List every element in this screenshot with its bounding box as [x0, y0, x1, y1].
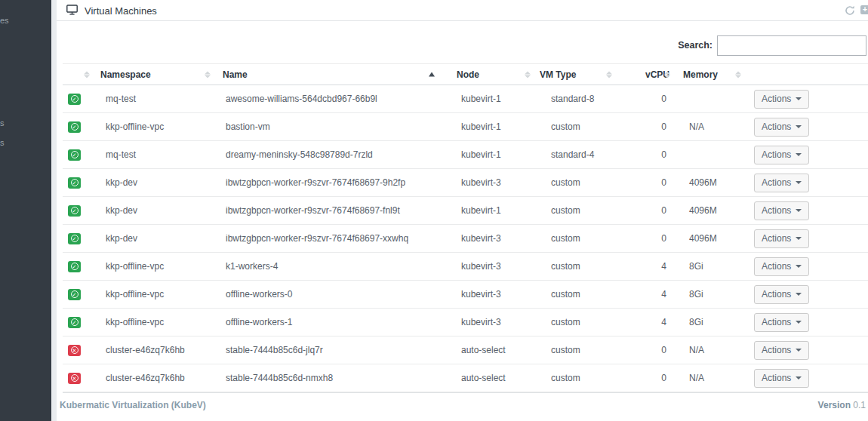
- vm-status-icon: ✓: [68, 317, 81, 328]
- column-header-vcpu[interactable]: vCPU: [639, 64, 677, 85]
- column-header-node[interactable]: Node: [451, 64, 534, 85]
- search-input[interactable]: [717, 35, 866, 56]
- cell-name: offline-workers-1: [217, 309, 451, 336]
- page-header: Virtual Machines +: [57, 0, 868, 21]
- actions-button[interactable]: Actions: [754, 285, 809, 304]
- cell-memory: N/A: [677, 364, 753, 392]
- caret-down-icon: [796, 237, 802, 240]
- cell-memory: 4096M: [677, 197, 753, 225]
- cell-name: ibwtzgbpcn-worker-r9szvr-7674f68697-9h2f…: [217, 169, 451, 197]
- add-vm-icon[interactable]: +: [860, 5, 868, 14]
- cell-namespace: mq-test: [94, 85, 217, 113]
- cell-namespace: cluster-e46zq7k6hb: [94, 336, 217, 364]
- cell-node: kubevirt-1: [451, 197, 534, 225]
- caret-down-icon: [796, 349, 802, 352]
- actions-button[interactable]: Actions: [754, 369, 809, 388]
- table-row: ✓ kkp-offline-vpc offline-workers-1 kube…: [63, 309, 868, 336]
- cell-vcpu: 4: [639, 309, 677, 336]
- caret-down-icon: [796, 125, 802, 128]
- actions-button[interactable]: Actions: [754, 201, 809, 220]
- cell-vcpu: 0: [639, 197, 677, 225]
- vm-status-icon: ✓: [68, 205, 81, 217]
- cell-vcpu: 0: [639, 225, 677, 253]
- cell-vm-type: custom: [534, 169, 639, 197]
- table-row: ✓ kkp-dev ibwtzgbpcn-worker-r9szvr-7674f…: [63, 169, 868, 197]
- column-header-actions: [753, 64, 868, 85]
- cell-memory: 4096M: [677, 225, 753, 253]
- table-row: ✓ mq-test dreamy-meninsky-548c98789d-7rz…: [63, 141, 868, 169]
- cell-node: kubevirt-3: [451, 281, 534, 309]
- actions-button[interactable]: Actions: [754, 229, 809, 248]
- footer-version: Version 0.1: [818, 400, 866, 410]
- cell-node: kubevirt-3: [451, 253, 534, 281]
- cell-vm-type: standard-4: [534, 141, 639, 169]
- vm-status-icon: ✕: [68, 345, 81, 356]
- actions-button[interactable]: Actions: [754, 90, 809, 109]
- caret-down-icon: [796, 376, 802, 380]
- footer-divider: [63, 392, 868, 393]
- refresh-icon[interactable]: [845, 5, 855, 16]
- cell-memory: N/A: [677, 113, 753, 141]
- column-header-name[interactable]: Name: [217, 64, 451, 85]
- sort-icon: [735, 71, 741, 78]
- cell-namespace: kkp-offline-vpc: [94, 309, 217, 336]
- actions-button[interactable]: Actions: [754, 174, 809, 192]
- cell-memory: 4096M: [677, 169, 753, 197]
- cell-memory: 8Gi: [677, 281, 753, 309]
- footer-brand: Kubermatic Virtualization (KubeV): [60, 400, 206, 410]
- caret-down-icon: [796, 321, 802, 324]
- cell-namespace: kkp-offline-vpc: [94, 281, 217, 309]
- cell-name: stable-7444b85c6d-nmxh8: [217, 364, 451, 392]
- actions-button[interactable]: Actions: [754, 341, 809, 360]
- sidebar-item-truncated[interactable]: es: [0, 16, 9, 25]
- vm-status-icon: ✕: [68, 373, 81, 384]
- actions-button[interactable]: Actions: [754, 146, 809, 164]
- page-title: Virtual Machines: [85, 5, 157, 17]
- cell-name: offline-workers-0: [217, 281, 451, 309]
- cell-vcpu: 0: [639, 364, 677, 392]
- cell-vcpu: 0: [639, 113, 677, 141]
- actions-button[interactable]: Actions: [754, 313, 809, 332]
- cell-namespace: kkp-dev: [94, 197, 217, 225]
- cell-vm-type: custom: [534, 364, 639, 392]
- cell-name: awesome-williams-564dcbd967-66b9l: [217, 85, 451, 113]
- vm-table-body: ✓ mq-test awesome-williams-564dcbd967-66…: [63, 85, 868, 392]
- cell-node: kubevirt-3: [451, 309, 534, 336]
- cell-name: ibwtzgbpcn-worker-r9szvr-7674f68697-fnl9…: [217, 197, 451, 225]
- cell-namespace: kkp-dev: [94, 225, 217, 253]
- sort-icon: [205, 71, 211, 78]
- version-label: Version: [818, 400, 851, 410]
- cell-memory: N/A: [677, 336, 753, 364]
- caret-down-icon: [796, 265, 802, 268]
- actions-button[interactable]: Actions: [754, 118, 809, 137]
- caret-down-icon: [796, 153, 802, 156]
- cell-node: kubevirt-3: [451, 225, 534, 253]
- cell-vm-type: custom: [534, 225, 639, 253]
- cell-node: kubevirt-3: [451, 169, 534, 197]
- column-header-vm-type[interactable]: VM Type: [534, 64, 639, 85]
- sort-icon: [664, 71, 670, 78]
- cell-memory: [677, 85, 753, 113]
- monitor-icon: [66, 5, 78, 18]
- cell-vcpu: 4: [639, 253, 677, 281]
- sidebar-item-truncated[interactable]: s: [0, 138, 5, 147]
- table-row: ✓ kkp-offline-vpc offline-workers-0 kube…: [63, 281, 868, 309]
- cell-name: dreamy-meninsky-548c98789d-7rzld: [217, 141, 451, 169]
- sidebar-item-truncated[interactable]: s: [0, 118, 5, 128]
- column-header-namespace[interactable]: Namespace: [94, 64, 217, 85]
- table-row: ✓ mq-test awesome-williams-564dcbd967-66…: [63, 85, 868, 113]
- cell-vm-type: custom: [534, 113, 639, 141]
- cell-namespace: mq-test: [94, 141, 217, 169]
- column-header-memory[interactable]: Memory: [677, 64, 753, 85]
- vm-status-icon: ✓: [68, 177, 81, 189]
- cell-namespace: kkp-dev: [94, 169, 217, 197]
- cell-name: ibwtzgbpcn-worker-r9szvr-7674f68697-xxwh…: [217, 225, 451, 253]
- cell-memory: 8Gi: [677, 309, 753, 336]
- column-header-status[interactable]: [63, 64, 94, 85]
- sort-icon: [525, 71, 531, 78]
- sort-icon: [84, 71, 90, 78]
- cell-namespace: kkp-offline-vpc: [94, 253, 217, 281]
- actions-button[interactable]: Actions: [754, 257, 809, 276]
- cell-vm-type: custom: [534, 281, 639, 309]
- table-row: ✕ cluster-e46zq7k6hb stable-7444b85c6d-n…: [63, 364, 868, 392]
